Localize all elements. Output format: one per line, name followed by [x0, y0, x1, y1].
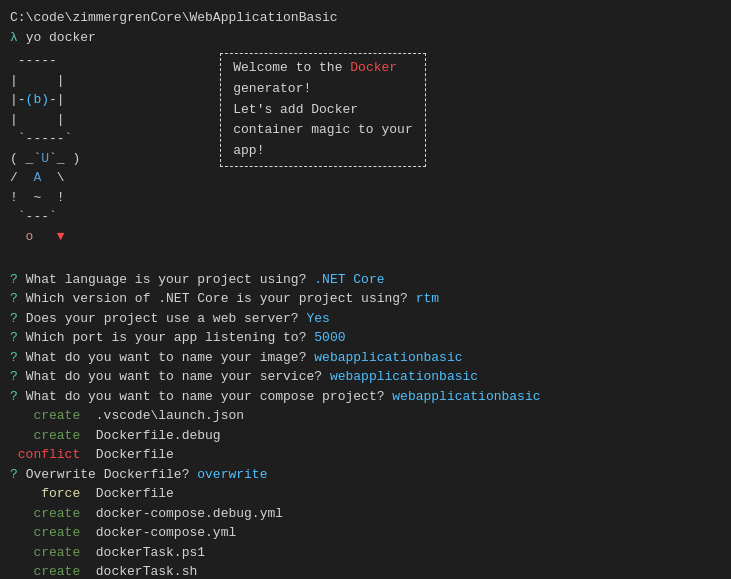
- ascii-section: ----- | | |-(b)-| | | `-----` ( _`U`_ ) …: [10, 51, 721, 246]
- blank-line-1: [10, 250, 721, 270]
- title-line: C:\code\zimmergrenCore\WebApplicationBas…: [10, 8, 721, 28]
- q7: ? What do you want to name your compose …: [10, 387, 721, 407]
- action-create-5: create dockerTask.ps1: [10, 543, 721, 563]
- docker-text: Docker: [350, 60, 397, 75]
- action-create-6: create dockerTask.sh: [10, 562, 721, 579]
- action-create-3: create docker-compose.debug.yml: [10, 504, 721, 524]
- welcome-box: Welcome to the Docker generator! Let's a…: [220, 53, 425, 167]
- terminal: C:\code\zimmergrenCore\WebApplicationBas…: [10, 8, 721, 571]
- command-text: yo docker: [26, 30, 96, 45]
- action-conflict: conflict Dockerfile: [10, 445, 721, 465]
- ascii-art: ----- | | |-(b)-| | | `-----` ( _`U`_ ) …: [10, 51, 80, 246]
- q2: ? Which version of .NET Core is your pro…: [10, 289, 721, 309]
- prompt-symbol: λ: [10, 30, 18, 45]
- command-line: λ yo docker: [10, 28, 721, 48]
- q3: ? Does your project use a web server? Ye…: [10, 309, 721, 329]
- overwrite-line: ? Overwrite Dockerfile? overwrite: [10, 465, 721, 485]
- action-create-1: create .vscode\launch.json: [10, 406, 721, 426]
- action-create-2: create Dockerfile.debug: [10, 426, 721, 446]
- action-create-4: create docker-compose.yml: [10, 523, 721, 543]
- q1: ? What language is your project using? .…: [10, 270, 721, 290]
- cwd-text: C:\code\zimmergrenCore\WebApplicationBas…: [10, 10, 338, 25]
- q4: ? Which port is your app listening to? 5…: [10, 328, 721, 348]
- q5: ? What do you want to name your image? w…: [10, 348, 721, 368]
- q6: ? What do you want to name your service?…: [10, 367, 721, 387]
- action-force: force Dockerfile: [10, 484, 721, 504]
